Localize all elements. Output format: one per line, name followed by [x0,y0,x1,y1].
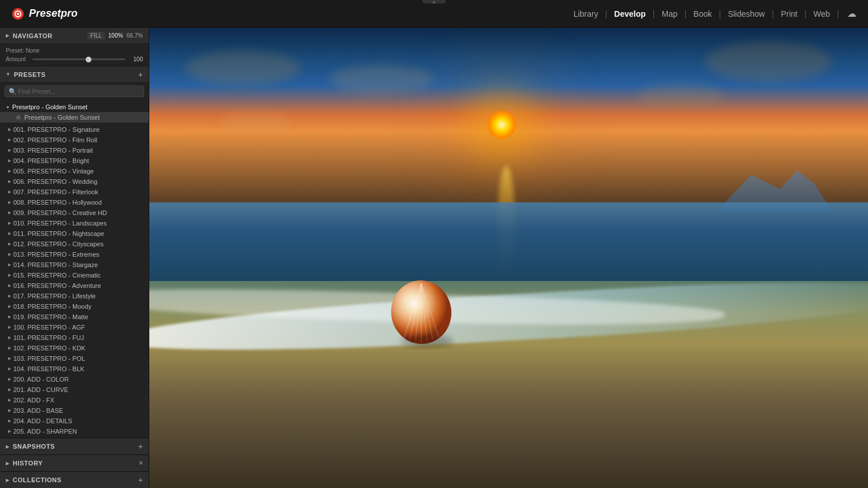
preset-item-101[interactable]: ▶ 101. PRESETPRO - FUJ [0,332,149,343]
preset-item-103[interactable]: ▶ 103. PRESETPRO - POL [0,353,149,364]
preset-item-202[interactable]: ▶ 202. ADD - FX [0,395,149,405]
navigator-100pct[interactable]: 100% [108,32,123,39]
preset-item-013[interactable]: ▶ 013. PRESETPRO - Extremes [0,249,149,260]
presets-search-input[interactable] [5,86,144,97]
group-triangle-golden: ▼ [6,105,10,109]
name-018: 018. PRESETPRO - Moody [13,303,91,310]
navigator-collapse-triangle[interactable]: ▶ [6,33,9,38]
preset-item-007[interactable]: ▶ 007. PRESETPRO - Filterlook [0,187,149,197]
main: ▶ Navigator FILL 100% 66.7% Preset: None… [0,28,868,488]
name-007: 007. PRESETPRO - Filterlook [13,188,98,195]
preset-item-001[interactable]: ▶ 001. PRESETPRO - Signature [0,124,149,135]
name-205: 205. ADD - SHARPEN [13,428,77,435]
triangle-004: ▶ [8,158,11,163]
preset-item-015[interactable]: ▶ 015. PRESETPRO - Cinematic [0,270,149,280]
preset-item-102[interactable]: ▶ 102. PRESETPRO - KDK [0,343,149,353]
snapshots-add-button[interactable]: + [138,442,143,450]
nav-slideshow[interactable]: Slideshow [726,8,767,20]
history-close-button[interactable]: × [139,459,143,467]
name-103: 103. PRESETPRO - POL [13,355,85,362]
nav-book[interactable]: Book [691,8,714,20]
nav-sep-6: | [804,9,807,19]
preset-item-019[interactable]: ▶ 019. PRESETPRO - Matte [0,312,149,322]
preset-group-golden-sunset-header[interactable]: ▼ Presetpro - Golden Sunset [0,102,149,112]
svg-point-2 [17,13,19,15]
amount-value: 100 [129,56,143,62]
preset-item-008[interactable]: ▶ 008. PRESETPRO - Hollywood [0,197,149,208]
name-006: 006. PRESETPRO - Wedding [13,178,97,185]
nav-sep-4: | [719,9,721,19]
preset-item-002[interactable]: ▶ 002. PRESETPRO - Film Roll [0,135,149,145]
presets-add-button[interactable]: + [138,71,143,79]
preset-item-014[interactable]: ▶ 014. PRESETPRO - Stargaze [0,260,149,270]
triangle-014: ▶ [8,263,11,267]
preset-group-golden-sunset: ▼ Presetpro - Golden Sunset ⊞ Presetpro … [0,100,149,124]
drag-handle[interactable]: ▲ [422,0,446,3]
search-wrapper: 🔍 [5,86,144,97]
preset-item-004[interactable]: ▶ 004. PRESETPRO - Bright [0,156,149,166]
triangle-011: ▶ [8,231,11,236]
name-002: 002. PRESETPRO - Film Roll [13,136,97,143]
preset-item-010[interactable]: ▶ 010. PRESETPRO - Landscapes [0,218,149,228]
history-panel-header[interactable]: ▶ History × [0,455,149,471]
drag-handle-icon: ▲ [432,0,436,5]
snapshots-panel-header[interactable]: ▶ Snapshots + [0,438,149,454]
preset-item-104[interactable]: ▶ 104. PRESETPRO - BLK [0,364,149,374]
preset-item-201[interactable]: ▶ 201. ADD - CURVE [0,385,149,395]
preset-item-012[interactable]: ▶ 012. PRESETPRO - Cityscapes [0,239,149,249]
name-104: 104. PRESETPRO - BLK [13,365,84,372]
history-header-left: ▶ History [6,460,43,467]
amount-slider[interactable] [32,58,126,60]
preset-item-204[interactable]: ▶ 204. ADD - DETAILS [0,416,149,426]
triangle-002: ▶ [8,138,11,142]
logo-icon [12,8,24,20]
preset-item-006[interactable]: ▶ 006. PRESETPRO - Wedding [0,176,149,187]
name-008: 008. PRESETPRO - Hollywood [13,199,102,206]
name-016: 016. PRESETPRO - Adventure [13,282,101,289]
name-102: 102. PRESETPRO - KDK [13,345,86,352]
nav-library[interactable]: Library [571,8,601,20]
collections-panel-header[interactable]: ▶ Collections + [0,472,149,488]
preset-item-203[interactable]: ▶ 203. ADD - BASE [0,405,149,416]
preset-item-016[interactable]: ▶ 016. PRESETPRO - Adventure [0,280,149,291]
photo-area [149,28,868,488]
preset-item-205[interactable]: ▶ 205. ADD - SHARPEN [0,426,149,437]
nav-map[interactable]: Map [659,8,679,20]
preset-sub-golden-sunset[interactable]: ⊞ Presetpro - Golden Sunset [0,112,149,123]
navigator-panel-header[interactable]: ▶ Navigator FILL 100% 66.7% [0,28,149,44]
presets-collapse-triangle[interactable]: ▼ [6,72,10,77]
presets-panel-header[interactable]: ▼ Presets + [0,66,149,83]
navigator-controls: FILL 100% 66.7% [87,32,143,39]
history-collapse-triangle[interactable]: ▶ [6,461,9,466]
collections-collapse-triangle[interactable]: ▶ [6,478,9,483]
preset-item-009[interactable]: ▶ 009. PRESETPRO - Creative HD [0,208,149,218]
preset-item-003[interactable]: ▶ 003. PRESETPRO - Portrait [0,145,149,156]
snapshots-title: Snapshots [13,443,55,450]
search-icon: 🔍 [9,88,17,95]
preset-item-011[interactable]: ▶ 011. PRESETPRO - Nightscape [0,228,149,239]
triangle-015: ▶ [8,273,11,278]
nav-print[interactable]: Print [778,8,800,20]
preset-item-100[interactable]: ▶ 100. PRESETPRO - AGF [0,322,149,332]
triangle-012: ▶ [8,242,11,246]
navigator-67pct[interactable]: 66.7% [127,32,143,39]
cloud-icon[interactable]: ☁ [847,8,856,19]
amount-thumb[interactable] [86,57,91,62]
name-010: 010. PRESETPRO - Landscapes [13,220,106,227]
name-019: 019. PRESETPRO - Matte [13,313,89,320]
navigator-header-left: ▶ Navigator [6,32,53,39]
preset-item-018[interactable]: ▶ 018. PRESETPRO - Moody [0,301,149,312]
collections-add-button[interactable]: + [138,476,143,484]
navigator-fill-btn[interactable]: FILL [87,32,105,39]
name-204: 204. ADD - DETAILS [13,417,72,424]
sidebar: ▶ Navigator FILL 100% 66.7% Preset: None… [0,28,149,488]
sun [487,110,516,139]
triangle-202: ▶ [8,398,11,402]
preset-item-005[interactable]: ▶ 005. PRESETPRO - Vintage [0,166,149,176]
snapshots-collapse-triangle[interactable]: ▶ [6,444,9,449]
svg-point-12 [401,335,453,347]
preset-item-200[interactable]: ▶ 200. ADD - COLOR [0,374,149,385]
nav-develop[interactable]: Develop [612,8,648,20]
preset-item-017[interactable]: ▶ 017. PRESETPRO - Lifestyle [0,291,149,301]
nav-web[interactable]: Web [811,8,833,20]
